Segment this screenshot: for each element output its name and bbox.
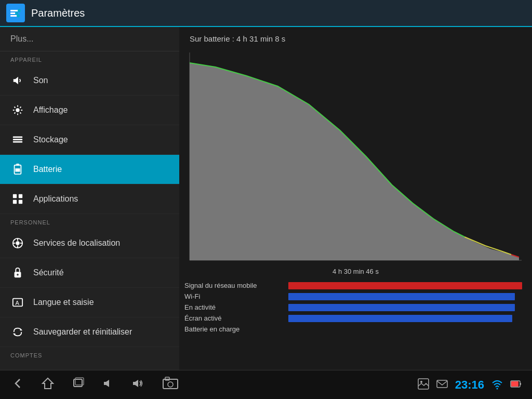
- usage-row-ecran: Écran activé: [184, 314, 527, 322]
- sauvegarder-label: Sauvegarder et réinitialiser: [33, 327, 132, 337]
- usage-label-charge: Batterie en charge: [184, 325, 288, 333]
- navbar: 23:16: [0, 370, 532, 399]
- recents-button[interactable]: [71, 376, 85, 393]
- main-layout: Plus... APPAREIL Son Affichage: [0, 27, 532, 370]
- system-clock: 23:16: [455, 378, 484, 392]
- svg-point-5: [17, 15, 20, 18]
- usage-bar-wifi: [288, 293, 515, 300]
- securite-icon: [10, 265, 25, 280]
- usage-label-activite: En activité: [184, 303, 288, 311]
- sidebar-item-localisation[interactable]: Services de localisation: [0, 229, 179, 258]
- svg-marker-38: [43, 378, 53, 389]
- section-label-personnel: PERSONNEL: [0, 214, 179, 229]
- battery-status-icon: [510, 378, 522, 392]
- sidebar-item-batterie[interactable]: Batterie: [0, 155, 179, 184]
- sidebar-item-affichage[interactable]: Affichage: [0, 96, 179, 125]
- home-button[interactable]: [41, 376, 55, 393]
- affichage-label: Affichage: [33, 105, 68, 115]
- google-icon: g+: [10, 369, 25, 370]
- sidebar-item-stockage[interactable]: Stockage: [0, 125, 179, 155]
- sidebar-item-applications[interactable]: Applications: [0, 184, 179, 214]
- svg-point-19: [16, 241, 19, 245]
- gallery-icon: [418, 378, 429, 392]
- svg-rect-12: [16, 164, 19, 166]
- applications-label: Applications: [33, 194, 78, 204]
- stockage-label: Stockage: [33, 135, 68, 144]
- svg-rect-51: [520, 383, 521, 385]
- svg-rect-10: [13, 141, 22, 143]
- section-label-comptes: COMPTES: [0, 347, 179, 362]
- battery-chart-svg: [184, 47, 527, 265]
- sidebar-item-langue[interactable]: A Langue et saisie: [0, 288, 179, 317]
- sidebar-more[interactable]: Plus...: [0, 27, 179, 51]
- svg-rect-16: [13, 200, 17, 204]
- usage-row-wifi: Wi-Fi: [184, 292, 527, 300]
- sidebar: Plus... APPAREIL Son Affichage: [0, 27, 179, 370]
- svg-rect-14: [13, 194, 17, 198]
- localisation-icon: [10, 236, 25, 250]
- sidebar-item-securite[interactable]: Sécurité: [0, 258, 179, 288]
- usage-bar-activite: [288, 304, 515, 311]
- applications-icon: [10, 192, 25, 206]
- svg-point-7: [16, 108, 19, 112]
- svg-marker-42: [133, 380, 138, 387]
- svg-marker-28: [20, 328, 23, 331]
- svg-rect-9: [13, 139, 22, 140]
- email-icon: [436, 378, 448, 392]
- stockage-icon: [10, 132, 25, 147]
- back-button[interactable]: [10, 376, 25, 393]
- svg-rect-13: [15, 168, 20, 171]
- content-area: Sur batterie : 4 h 31 min 8 s 4 h 30: [179, 27, 532, 370]
- volume-down-button[interactable]: [101, 376, 115, 393]
- svg-rect-8: [13, 137, 22, 138]
- usage-bar-ecran: [288, 315, 512, 322]
- volume-up-button[interactable]: [131, 376, 145, 393]
- nav-right: 23:16: [418, 378, 522, 392]
- langue-label: Langue et saisie: [33, 298, 94, 307]
- wifi-icon: [491, 378, 503, 392]
- time-bottom-label: 4 h 30 min 46 s: [179, 265, 532, 280]
- usage-bar-container-activite: [288, 304, 527, 311]
- battery-time-header: Sur batterie : 4 h 31 min 8 s: [179, 27, 532, 47]
- affichage-icon: [10, 103, 25, 117]
- usage-row-activite: En activité: [184, 303, 527, 311]
- usage-bar-container-charge: [288, 326, 527, 333]
- usage-bar-container-wifi: [288, 293, 527, 300]
- sidebar-item-sauvegarder[interactable]: Sauvegarder et réinitialiser: [0, 317, 179, 347]
- screenshot-button[interactable]: [161, 376, 180, 393]
- svg-point-47: [420, 381, 422, 383]
- sidebar-item-son[interactable]: Son: [0, 66, 179, 96]
- usage-bars: Signal du réseau mobile Wi-Fi En activit…: [179, 280, 532, 333]
- usage-bar-container-ecran: [288, 315, 527, 322]
- svg-point-3: [18, 9, 21, 12]
- svg-marker-29: [13, 334, 16, 336]
- battery-chart: [184, 47, 527, 265]
- svg-rect-17: [19, 200, 22, 204]
- usage-row-mobile: Signal du réseau mobile: [184, 282, 527, 289]
- page-title: Paramètres: [31, 7, 85, 19]
- usage-bar-container-mobile: [288, 282, 527, 289]
- section-label-appareil: APPAREIL: [0, 51, 179, 66]
- svg-point-49: [497, 388, 498, 389]
- usage-bar-mobile: [288, 282, 522, 289]
- svg-rect-48: [437, 380, 447, 388]
- svg-marker-41: [104, 380, 109, 387]
- titlebar: Paramètres: [0, 0, 532, 27]
- localisation-label: Services de localisation: [33, 238, 120, 248]
- sidebar-item-google[interactable]: g+ Google: [0, 362, 179, 370]
- nav-left: [10, 376, 180, 393]
- securite-label: Sécurité: [33, 268, 64, 277]
- svg-text:A: A: [15, 300, 19, 306]
- usage-label-mobile: Signal du réseau mobile: [184, 282, 288, 289]
- app-icon: [6, 4, 25, 22]
- usage-label-wifi: Wi-Fi: [184, 292, 288, 300]
- sauvegarder-icon: [10, 325, 25, 339]
- batterie-label: Batterie: [33, 165, 62, 174]
- svg-rect-52: [511, 381, 518, 387]
- svg-point-45: [168, 382, 173, 387]
- son-label: Son: [33, 76, 48, 85]
- svg-point-25: [17, 274, 19, 276]
- son-icon: [10, 73, 25, 88]
- svg-marker-6: [14, 77, 18, 85]
- batterie-icon: [10, 162, 25, 177]
